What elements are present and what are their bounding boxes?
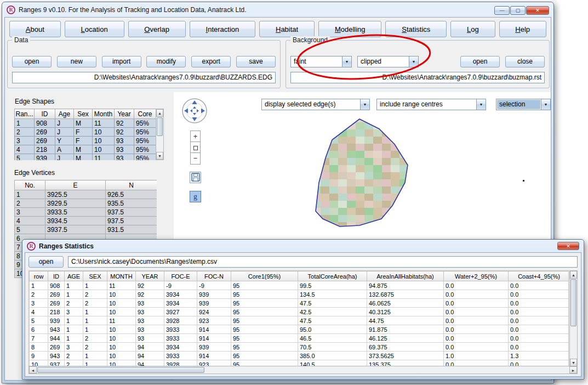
table-row[interactable]: 1908JM119295%	[15, 119, 156, 128]
table-cell[interactable]: -9	[197, 281, 231, 290]
table-cell[interactable]: 1	[83, 316, 107, 325]
nav-habitat-button[interactable]: Habitat	[259, 21, 315, 37]
table-cell[interactable]: 385.0	[298, 352, 367, 360]
table-cell[interactable]: A	[55, 145, 74, 154]
table-cell[interactable]: 10	[107, 325, 136, 334]
table-cell[interactable]: 3933	[164, 334, 197, 343]
table-cell[interactable]: 92	[136, 281, 164, 290]
table-cell[interactable]: 939	[197, 299, 231, 308]
table-row[interactable]: 4218AM109395%	[15, 145, 156, 154]
table-cell[interactable]: 943	[48, 352, 65, 360]
background-style-dropdown[interactable]: faint ▼	[290, 56, 352, 67]
table-row[interactable]: 13925.5926.5	[15, 190, 157, 199]
table-row[interactable]: 3269YF109395%	[15, 137, 156, 145]
table-cell[interactable]: 95%	[134, 119, 156, 128]
table-cell[interactable]: 926.5	[106, 190, 157, 199]
column-header[interactable]: TotalCoreArea(ha)	[298, 271, 367, 281]
table-cell[interactable]: 1	[30, 281, 48, 290]
table-cell[interactable]: 11	[107, 316, 136, 325]
table-cell[interactable]: 10	[93, 128, 115, 137]
table-cell[interactable]: 3	[65, 343, 83, 352]
table-cell[interactable]: 92	[115, 119, 134, 128]
table-cell[interactable]: 10	[107, 308, 136, 316]
table-cell[interactable]: 11	[107, 281, 136, 290]
table-cell[interactable]: 1	[65, 334, 83, 343]
table-row[interactable]: 593911119339289239547.544.750.00.0	[30, 316, 569, 325]
table-cell[interactable]: 5	[15, 154, 35, 161]
table-cell[interactable]: 218	[35, 145, 55, 154]
table-cell[interactable]: 10	[93, 145, 115, 154]
table-cell[interactable]: 93	[136, 316, 164, 325]
table-cell[interactable]: 93	[136, 325, 164, 334]
table-cell[interactable]: 93	[136, 334, 164, 343]
table-cell[interactable]: 0.0	[444, 290, 509, 299]
table-cell[interactable]: 3925.5	[45, 190, 106, 199]
column-header[interactable]: AGE	[65, 271, 83, 281]
table-cell[interactable]: 1	[83, 352, 107, 360]
table-cell[interactable]: 0.0	[444, 299, 509, 308]
column-header[interactable]: Coast+4_95(%)	[509, 271, 569, 281]
table-cell[interactable]: M	[74, 154, 93, 161]
table-cell[interactable]: 218	[48, 308, 65, 316]
table-cell[interactable]: 939	[35, 154, 55, 161]
table-cell[interactable]: 2	[83, 290, 107, 299]
stats-titlebar[interactable]: R Ranges Statistics ✕	[22, 240, 584, 252]
background-open-button[interactable]: open	[460, 56, 500, 67]
table-cell[interactable]: 269	[48, 299, 65, 308]
table-row[interactable]: 9943211094393391495385.0373.56251.01.3	[30, 352, 569, 360]
table-cell[interactable]: 46.125	[367, 334, 444, 343]
nav-overlap-button[interactable]: Overlap	[128, 21, 186, 37]
nav-help-button[interactable]: Help	[499, 21, 546, 37]
table-cell[interactable]: 0.0	[444, 316, 509, 325]
table-cell[interactable]: 943	[48, 325, 65, 334]
table-cell[interactable]: 1	[65, 290, 83, 299]
table-cell[interactable]: 95%	[134, 145, 156, 154]
table-cell[interactable]: 2	[83, 334, 107, 343]
table-cell[interactable]: 95	[231, 352, 298, 360]
nav-about-button[interactable]: About	[9, 21, 61, 37]
column-header[interactable]: FOC-E	[164, 271, 197, 281]
column-header[interactable]: No.	[15, 180, 45, 190]
table-cell[interactable]: 93	[115, 137, 134, 145]
table-cell[interactable]: 269	[35, 128, 55, 137]
table-cell[interactable]: 95	[231, 290, 298, 299]
stats-open-button[interactable]: open	[28, 256, 64, 268]
table-cell[interactable]: 99.5	[298, 281, 367, 290]
table-cell[interactable]: 93	[115, 145, 134, 154]
table-cell[interactable]: 937.5	[106, 217, 157, 225]
table-cell[interactable]: 2	[83, 343, 107, 352]
table-row[interactable]: 43934.5937.5	[15, 217, 157, 225]
chevron-down-icon[interactable]: ▼	[342, 56, 351, 67]
table-cell[interactable]: 10	[107, 334, 136, 343]
table-cell[interactable]: 908	[35, 119, 55, 128]
table-cell[interactable]: 95%	[134, 137, 156, 145]
table-cell[interactable]: 1	[65, 281, 83, 290]
nav-location-button[interactable]: Location	[65, 21, 124, 37]
table-cell[interactable]: 94.875	[367, 281, 444, 290]
table-cell[interactable]: 0.0	[444, 343, 509, 352]
table-cell[interactable]: 269	[48, 290, 65, 299]
table-cell[interactable]: 11	[93, 154, 115, 161]
stats-horizontal-scrollbar[interactable]: ◄ ►	[28, 366, 578, 374]
table-cell[interactable]: 46.0625	[367, 299, 444, 308]
column-header[interactable]: Sex	[74, 109, 93, 119]
data-save-button[interactable]: save	[236, 56, 276, 67]
table-cell[interactable]: 92	[136, 290, 164, 299]
table-cell[interactable]: 42.5	[298, 308, 367, 316]
table-cell[interactable]: 69.375	[367, 343, 444, 352]
table-cell[interactable]: 0.0	[509, 281, 569, 290]
table-cell[interactable]: 3934.5	[45, 217, 106, 225]
table-cell[interactable]: J	[55, 128, 74, 137]
column-header[interactable]: FOC-N	[197, 271, 231, 281]
table-cell[interactable]: 923	[197, 316, 231, 325]
scroll-right-icon[interactable]: ►	[569, 366, 577, 373]
table-cell[interactable]: M	[74, 145, 93, 154]
close-icon[interactable]: ✕	[526, 6, 549, 15]
table-cell[interactable]: 91.875	[367, 325, 444, 334]
table-cell[interactable]: 3927	[164, 308, 197, 316]
table-cell[interactable]: 92	[115, 128, 134, 137]
table-cell[interactable]: 914	[197, 334, 231, 343]
table-row[interactable]: 5939JM119395%	[15, 154, 156, 161]
table-cell[interactable]: 93	[136, 299, 164, 308]
column-header[interactable]: Year	[115, 109, 134, 119]
